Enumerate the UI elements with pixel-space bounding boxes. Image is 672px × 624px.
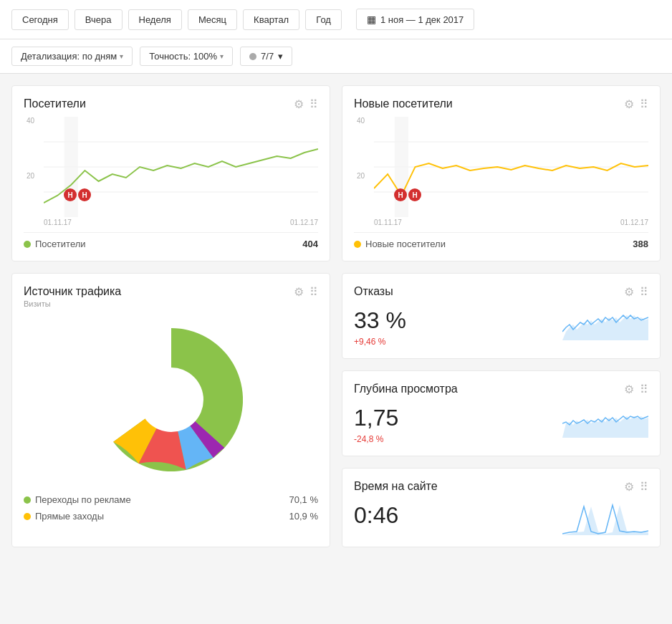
bounce-rate-change: +9,46 % (354, 337, 406, 347)
time-on-site-value: 0:46 (354, 502, 398, 529)
depth-sparkline (562, 402, 648, 438)
new-visitors-chart: Н Н (374, 117, 648, 217)
bounce-rate-values: 33 % +9,46 % (354, 304, 406, 347)
pie-dot-1 (24, 513, 31, 520)
depth-change: -24,8 % (354, 434, 398, 444)
depth-title: Глубина просмотра (354, 383, 458, 395)
bounce-rate-widget: Отказы ⚙ ⠿ 33 % +9,46 % (342, 273, 661, 359)
depth-grid-icon[interactable]: ⠿ (640, 383, 648, 396)
new-visitors-footer: Новые посетители 388 (354, 232, 648, 249)
svg-rect-7 (395, 117, 408, 217)
time-on-site-header: Время на сайте ⚙ ⠿ (354, 480, 648, 494)
detail-label: Детализация: по дням (21, 51, 117, 62)
new-visitors-legend-label: Новые посетители (365, 239, 446, 249)
pie-legend-left-1: Прямые заходы (24, 511, 104, 522)
time-on-site-widget: Время на сайте ⚙ ⠿ 0:46 (342, 468, 661, 547)
segment-arrow-icon: ▾ (278, 51, 283, 62)
pie-chart (100, 328, 243, 471)
accuracy-arrow-icon: ▾ (220, 52, 224, 60)
visitors-badge-2: Н (78, 188, 91, 201)
visitors-legend-label: Посетители (35, 239, 86, 249)
visitors-x-labels: 01.11.17 01.12.17 (44, 219, 318, 226)
detail-dropdown[interactable]: Детализация: по дням ▾ (11, 47, 133, 66)
depth-actions: ⚙ ⠿ (624, 383, 648, 396)
accuracy-dropdown[interactable]: Точность: 100% ▾ (140, 47, 233, 66)
pie-value-1: 10,9 % (289, 511, 318, 522)
bounce-rate-sparkline (562, 304, 648, 340)
bounce-rate-grid-icon[interactable]: ⠿ (640, 285, 648, 299)
bounce-rate-title: Отказы (354, 285, 393, 298)
visitors-dot (24, 241, 31, 248)
depth-stat-row: 1,75 -24,8 % (354, 402, 648, 444)
traffic-source-widget: Источник трафика Визиты ⚙ ⠿ (11, 273, 330, 547)
new-visitors-chart-wrapper: 40 20 Н Н 01.11.17 01.12.17 (354, 117, 648, 226)
visitors-y-labels: 40 20 (24, 117, 37, 226)
bounce-rate-stat-row: 33 % +9,46 % (354, 304, 648, 347)
date-range-label: 1 ноя — 1 дек 2017 (380, 14, 464, 25)
bounce-rate-gear-icon[interactable]: ⚙ (624, 285, 634, 299)
pie-dot-0 (24, 496, 31, 504)
tab-year[interactable]: Год (305, 9, 342, 30)
visitors-title: Посетители (24, 97, 86, 110)
new-visitors-gear-icon[interactable]: ⚙ (624, 97, 634, 111)
depth-widget: Глубина просмотра ⚙ ⠿ 1,75 -24,8 % (342, 370, 661, 456)
svg-rect-3 (64, 117, 78, 217)
new-visitors-title: Новые посетители (354, 97, 453, 110)
tab-today[interactable]: Сегодня (11, 9, 69, 30)
depth-value: 1,75 (354, 405, 398, 431)
new-visitors-legend: Новые посетители (354, 239, 446, 249)
tab-yesterday[interactable]: Вчера (75, 9, 123, 30)
new-visitors-grid-icon[interactable]: ⠿ (640, 97, 648, 111)
new-visitors-svg (374, 117, 648, 217)
traffic-source-gear-icon[interactable]: ⚙ (294, 285, 304, 299)
calendar-icon: ▦ (367, 14, 376, 25)
new-visitors-dot (354, 241, 361, 248)
svg-point-8 (139, 368, 203, 432)
bounce-sparkline-svg (562, 304, 648, 340)
time-on-site-stat-row: 0:46 (354, 499, 648, 535)
visitors-grid-icon[interactable]: ⠿ (309, 97, 318, 111)
visitors-footer: Посетители 404 (24, 232, 318, 249)
new-visitors-badge-1: Н (394, 188, 407, 201)
traffic-source-actions: ⚙ ⠿ (294, 285, 318, 299)
new-visitors-widget: Новые посетители ⚙ ⠿ 40 20 Н Н (342, 85, 661, 261)
pie-legend-item-0: Переходы по рекламе 70,1 % (24, 491, 318, 508)
bounce-rate-actions: ⚙ ⠿ (624, 285, 648, 299)
pie-label-0: Переходы по рекламе (35, 494, 131, 505)
new-visitors-y-labels: 40 20 (354, 117, 368, 226)
dashboard: Посетители ⚙ ⠿ 40 20 Н Н (0, 74, 672, 559)
pie-label-1: Прямые заходы (35, 511, 104, 522)
depth-gear-icon[interactable]: ⚙ (624, 383, 634, 396)
new-visitors-x-labels: 01.11.17 01.12.17 (374, 219, 648, 226)
segment-dot-icon (249, 53, 256, 60)
visitors-legend: Посетители (24, 239, 86, 249)
date-range-button[interactable]: ▦ 1 ноя — 1 дек 2017 (356, 9, 474, 30)
pie-legend-item-1: Прямые заходы 10,9 % (24, 508, 318, 524)
traffic-source-subtitle: Визиты (24, 299, 121, 308)
visitors-actions: ⚙ ⠿ (294, 97, 318, 111)
traffic-source-title: Источник трафика (24, 285, 121, 298)
traffic-source-titles: Источник трафика Визиты (24, 285, 121, 308)
second-bar: Детализация: по дням ▾ Точность: 100% ▾ … (0, 39, 672, 74)
visitors-chart: Н Н (44, 117, 318, 217)
new-visitors-header: Новые посетители ⚙ ⠿ (354, 97, 648, 111)
pie-container (24, 314, 318, 486)
new-visitors-count: 388 (633, 239, 648, 249)
traffic-source-grid-icon[interactable]: ⠿ (309, 285, 318, 299)
visitors-badge-1: Н (64, 188, 77, 201)
tab-week[interactable]: Неделя (128, 9, 182, 30)
visitors-widget: Посетители ⚙ ⠿ 40 20 Н Н (11, 85, 330, 261)
visitors-gear-icon[interactable]: ⚙ (294, 97, 304, 111)
tab-quarter[interactable]: Квартал (243, 9, 299, 30)
time-on-site-grid-icon[interactable]: ⠿ (640, 480, 648, 494)
visitors-svg (44, 117, 318, 217)
segment-button[interactable]: 7/7 ▾ (240, 47, 292, 66)
tab-month[interactable]: Месяц (188, 9, 237, 30)
time-on-site-gear-icon[interactable]: ⚙ (624, 480, 634, 494)
depth-values: 1,75 -24,8 % (354, 402, 398, 444)
time-on-site-title: Время на сайте (354, 480, 438, 493)
pie-legend-left-0: Переходы по рекламе (24, 494, 131, 505)
visitors-chart-wrapper: 40 20 Н Н 01.11. (24, 117, 318, 226)
visitors-header: Посетители ⚙ ⠿ (24, 97, 318, 111)
pie-legend: Переходы по рекламе 70,1 % Прямые заходы… (24, 491, 318, 524)
